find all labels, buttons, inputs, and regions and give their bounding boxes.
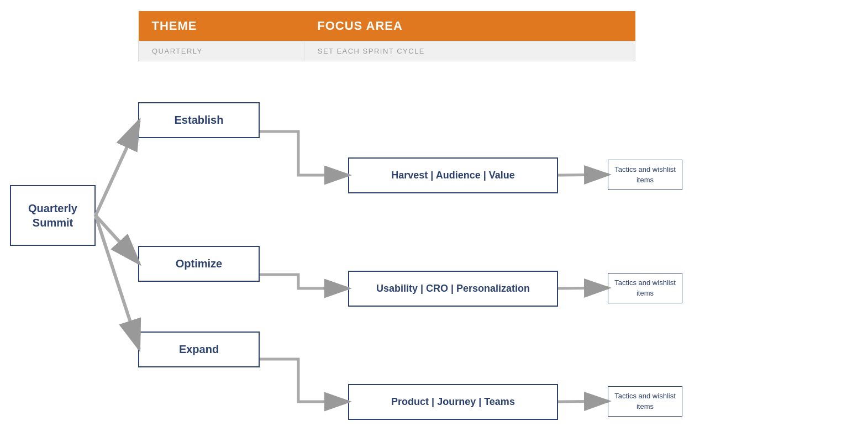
page-container: THEME FOCUS AREA QUARTERLY SET EACH SPRI… <box>0 0 868 442</box>
theme-header-label: THEME <box>152 19 197 33</box>
svg-line-4 <box>558 175 609 175</box>
optimize-label: Optimize <box>176 257 222 270</box>
svg-line-6 <box>558 401 609 402</box>
arrows-overlay <box>0 0 868 442</box>
header-table: THEME FOCUS AREA QUARTERLY SET EACH SPRI… <box>138 11 635 61</box>
expand-box: Expand <box>138 332 260 367</box>
tactics-label-1: Tactics and wishlist items <box>608 165 682 185</box>
quarterly-summit-box: Quarterly Summit <box>10 185 96 246</box>
focus-sub-label: SET EACH SPRINT CYCLE <box>304 41 635 61</box>
expand-label: Expand <box>179 343 219 356</box>
tactics-label-3: Tactics and wishlist items <box>608 391 682 411</box>
svg-line-2 <box>96 215 139 264</box>
svg-line-1 <box>96 120 139 215</box>
tactics-box-1: Tactics and wishlist items <box>608 160 682 190</box>
tactics-label-2: Tactics and wishlist items <box>608 278 682 298</box>
svg-line-3 <box>96 215 139 349</box>
product-label: Product | Journey | Teams <box>391 396 515 408</box>
theme-sub-label: QUARTERLY <box>139 41 304 61</box>
harvest-label: Harvest | Audience | Value <box>391 170 515 181</box>
establish-box: Establish <box>138 102 260 138</box>
tactics-box-2: Tactics and wishlist items <box>608 273 682 303</box>
quarterly-summit-label: Quarterly Summit <box>11 201 94 230</box>
establish-label: Establish <box>175 114 224 127</box>
usability-focus-box: Usability | CRO | Personalization <box>348 271 558 307</box>
usability-label: Usability | CRO | Personalization <box>376 283 530 294</box>
svg-line-5 <box>558 288 609 288</box>
theme-header-cell: THEME <box>139 11 304 41</box>
product-focus-box: Product | Journey | Teams <box>348 384 558 420</box>
focus-header-cell: FOCUS AREA <box>304 11 635 41</box>
optimize-box: Optimize <box>138 246 260 282</box>
tactics-box-3: Tactics and wishlist items <box>608 386 682 417</box>
focus-header-label: FOCUS AREA <box>317 19 403 33</box>
harvest-focus-box: Harvest | Audience | Value <box>348 157 558 193</box>
